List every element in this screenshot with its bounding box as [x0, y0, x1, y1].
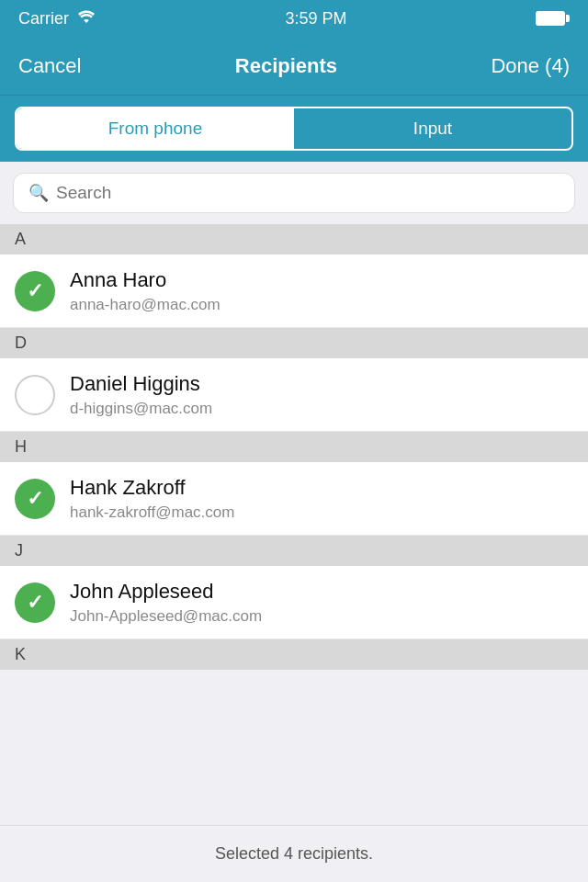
- section-header: A: [0, 224, 588, 254]
- check-mark: ✓: [27, 487, 43, 511]
- footer: Selected 4 recipients.: [0, 825, 588, 882]
- section-header: J: [0, 536, 588, 566]
- selected-check: ✓: [15, 271, 55, 311]
- section-header: D: [0, 328, 588, 358]
- search-box: 🔍: [13, 173, 575, 213]
- contact-info: Daniel Higginsd-higgins@mac.com: [70, 372, 212, 418]
- check-mark: ✓: [27, 591, 43, 615]
- search-container: 🔍: [0, 162, 588, 224]
- contact-row[interactable]: Daniel Higginsd-higgins@mac.com: [0, 358, 588, 432]
- section-header: H: [0, 432, 588, 462]
- contact-info: Anna Haroanna-haro@mac.com: [70, 268, 220, 314]
- battery-icon: [536, 11, 570, 26]
- search-input[interactable]: [56, 183, 560, 203]
- search-icon: 🔍: [28, 183, 49, 203]
- selected-check: ✓: [15, 582, 55, 623]
- tab-input[interactable]: Input: [294, 108, 571, 149]
- carrier-info: Carrier: [18, 9, 96, 28]
- contact-name: Anna Haro: [70, 268, 220, 292]
- selected-check: ✓: [15, 479, 55, 519]
- status-bar: Carrier 3:59 PM: [0, 0, 588, 37]
- contact-info: John AppleseedJohn-Appleseed@mac.com: [70, 580, 262, 626]
- unselected-check: [15, 375, 55, 415]
- section-header: K: [0, 639, 588, 670]
- contact-email: anna-haro@mac.com: [70, 296, 220, 314]
- contact-info: Hank Zakroffhank-zakroff@mac.com: [70, 476, 234, 522]
- contact-row[interactable]: ✓Hank Zakroffhank-zakroff@mac.com: [0, 462, 588, 536]
- wifi-icon: [76, 9, 96, 28]
- footer-text: Selected 4 recipients.: [215, 844, 373, 863]
- contact-email: hank-zakroff@mac.com: [70, 503, 234, 522]
- segment-inner: From phone Input: [15, 107, 573, 151]
- carrier-label: Carrier: [18, 9, 69, 28]
- contact-row[interactable]: ✓John AppleseedJohn-Appleseed@mac.com: [0, 566, 588, 639]
- contact-row[interactable]: ✓Anna Haroanna-haro@mac.com: [0, 254, 588, 328]
- nav-bar: Cancel Recipients Done (4): [0, 37, 588, 96]
- contact-email: d-higgins@mac.com: [70, 400, 212, 418]
- contact-name: Hank Zakroff: [70, 476, 234, 500]
- contact-name: John Appleseed: [70, 580, 262, 604]
- segment-control: From phone Input: [0, 96, 588, 162]
- done-button[interactable]: Done (4): [491, 54, 570, 78]
- page-title: Recipients: [235, 54, 337, 78]
- status-time: 3:59 PM: [285, 9, 346, 28]
- cancel-button[interactable]: Cancel: [18, 54, 81, 78]
- contact-email: John-Appleseed@mac.com: [70, 607, 262, 626]
- check-mark: ✓: [27, 279, 43, 303]
- tab-from-phone[interactable]: From phone: [17, 108, 294, 149]
- contact-list: A✓Anna Haroanna-haro@mac.comDDaniel Higg…: [0, 224, 588, 670]
- contact-name: Daniel Higgins: [70, 372, 212, 396]
